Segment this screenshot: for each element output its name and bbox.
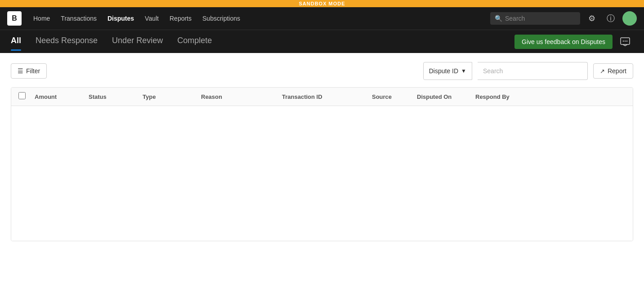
dispute-id-label: Dispute ID bbox=[429, 67, 458, 75]
tab-complete[interactable]: Complete bbox=[177, 36, 212, 47]
svg-point-2 bbox=[625, 40, 626, 41]
nav-subscriptions[interactable]: Subscriptions bbox=[198, 12, 245, 25]
disputes-search-input[interactable] bbox=[483, 67, 582, 75]
filter-label: Filter bbox=[26, 67, 40, 75]
nav-right: 🔍 ⚙ ⓘ bbox=[490, 11, 637, 26]
logo[interactable]: B bbox=[7, 11, 22, 26]
col-respond-by: Respond By bbox=[475, 93, 534, 100]
tab-needs-response[interactable]: Needs Response bbox=[36, 36, 98, 47]
toolbar: ☰ Filter Dispute ID ▼ ↗ Report bbox=[11, 62, 633, 80]
select-all-checkbox[interactable] bbox=[18, 92, 26, 99]
nav-reports[interactable]: Reports bbox=[165, 12, 196, 25]
col-amount: Amount bbox=[35, 93, 89, 100]
tab-under-review[interactable]: Under Review bbox=[112, 36, 163, 47]
table-header: Amount Status Type Reason Transaction ID… bbox=[11, 88, 633, 106]
col-source: Source bbox=[372, 93, 417, 100]
sandbox-banner: SANDBOX MODE bbox=[0, 0, 644, 7]
col-transaction-id: Transaction ID bbox=[282, 93, 372, 100]
col-type: Type bbox=[143, 93, 201, 100]
table-body bbox=[11, 106, 633, 241]
svg-point-1 bbox=[623, 40, 624, 41]
sub-nav-tabs: All Needs Response Under Review Complete bbox=[11, 36, 514, 47]
filter-button[interactable]: ☰ Filter bbox=[11, 63, 47, 79]
col-disputed-on: Disputed On bbox=[417, 93, 475, 100]
nav-transactions[interactable]: Transactions bbox=[56, 12, 101, 25]
select-all-checkbox-wrap[interactable] bbox=[18, 92, 35, 101]
nav-search-box[interactable]: 🔍 bbox=[490, 12, 580, 25]
top-nav: B Home Transactions Disputes Vault Repor… bbox=[0, 7, 644, 30]
search-input-wrap bbox=[478, 62, 588, 80]
settings-icon[interactable]: ⚙ bbox=[585, 11, 599, 26]
nav-disputes[interactable]: Disputes bbox=[103, 12, 139, 25]
filter-icon: ☰ bbox=[18, 67, 23, 75]
col-status: Status bbox=[89, 93, 143, 100]
sub-nav: All Needs Response Under Review Complete… bbox=[0, 30, 644, 53]
nav-home[interactable]: Home bbox=[29, 12, 54, 25]
dispute-id-selector[interactable]: Dispute ID ▼ bbox=[423, 62, 472, 80]
chat-icon[interactable] bbox=[617, 34, 633, 50]
chevron-down-icon: ▼ bbox=[461, 68, 466, 74]
col-reason: Reason bbox=[201, 93, 282, 100]
tab-all[interactable]: All bbox=[11, 36, 21, 47]
avatar[interactable] bbox=[622, 11, 637, 26]
content: ☰ Filter Dispute ID ▼ ↗ Report Amount St… bbox=[0, 53, 644, 250]
help-icon[interactable]: ⓘ bbox=[604, 11, 618, 26]
svg-point-3 bbox=[626, 40, 627, 41]
report-label: Report bbox=[608, 67, 626, 75]
nav-search-input[interactable] bbox=[505, 15, 576, 22]
feedback-button[interactable]: Give us feedback on Disputes bbox=[514, 35, 613, 49]
nav-vault[interactable]: Vault bbox=[140, 12, 163, 25]
report-button[interactable]: ↗ Report bbox=[593, 63, 633, 79]
report-icon: ↗ bbox=[600, 68, 605, 75]
disputes-table: Amount Status Type Reason Transaction ID… bbox=[11, 87, 633, 241]
nav-links: Home Transactions Disputes Vault Reports… bbox=[29, 12, 487, 25]
search-icon: 🔍 bbox=[495, 15, 502, 22]
